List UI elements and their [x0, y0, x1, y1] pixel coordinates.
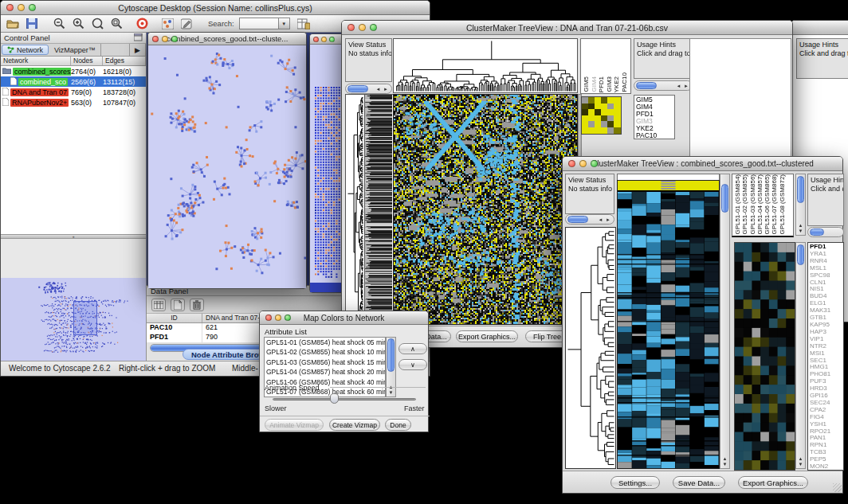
column-dendrogram[interactable] [393, 38, 578, 93]
column-label[interactable]: GPL51-01 (GSM854) [734, 174, 741, 235]
zoom-heatmap[interactable] [734, 242, 795, 471]
network-canvas[interactable] [148, 45, 306, 288]
export-graphics-button[interactable]: Export Graphics... [456, 330, 518, 342]
minimize-button[interactable] [321, 37, 327, 42]
column-dendrogram-canvas[interactable] [394, 39, 577, 92]
vscrollbar-thumb[interactable] [721, 184, 728, 213]
resize-grip[interactable] [833, 483, 842, 492]
zoom-heatmap-cell[interactable] [607, 97, 614, 104]
grid-network-canvas[interactable] [314, 85, 341, 281]
zoom-heatmap-cell[interactable] [582, 127, 588, 134]
done-button[interactable]: Done [385, 419, 411, 431]
zoom-button[interactable] [329, 37, 335, 42]
network-list-row[interactable]: RNAPuberNov2+563(0)107847(0) [1, 97, 146, 107]
slider-thumb[interactable] [330, 393, 339, 404]
zoom-heatmap-cell[interactable] [595, 121, 601, 127]
attribute-list-vscrollbar[interactable]: ▲▼ [386, 337, 396, 397]
column-label[interactable]: GPL51-03 (GSM856) [749, 174, 756, 235]
usage-hints-hscrollbar[interactable]: ◄ ► [634, 80, 693, 91]
grid-network-titlebar[interactable] [310, 34, 344, 45]
zoom-heatmap-cell[interactable] [614, 115, 620, 122]
hscrollbar-thumb[interactable] [810, 229, 824, 236]
vizmapper-icon[interactable] [160, 18, 175, 30]
float-panel-icon[interactable] [134, 33, 143, 42]
hscrollbar-thumb[interactable] [347, 85, 368, 92]
vscroll-arrows[interactable]: ▲▼ [720, 456, 729, 468]
zoom-heatmap-cell[interactable] [595, 127, 601, 134]
zoom-heatmap-cell[interactable] [588, 104, 595, 110]
animate-vizmap-button[interactable]: Animate Vizmap [265, 419, 324, 431]
new-attribute-icon[interactable] [171, 299, 185, 311]
move-down-button[interactable]: ∨ [398, 359, 427, 370]
hscroll-arrows[interactable]: ◄ ► [598, 217, 614, 222]
zoom-fit-icon[interactable] [90, 18, 104, 30]
zoom-selected-icon[interactable] [109, 18, 124, 30]
delete-attribute-trash-icon[interactable] [190, 299, 204, 311]
zoom-heatmap-cell[interactable] [607, 104, 614, 110]
main-heatmap-canvas[interactable] [394, 95, 577, 324]
zoom-button[interactable] [370, 24, 377, 31]
zoom-vscrollbar[interactable]: ▲▼ [795, 242, 806, 469]
tab-vizmapper[interactable]: VizMapper™ [49, 44, 101, 56]
minimize-button[interactable] [275, 315, 281, 321]
attribute-list-item[interactable]: GPL51-02 (GSM855) heat shock 10 min [265, 347, 385, 357]
gene-label[interactable]: PAC10 [636, 132, 674, 139]
zoom-button[interactable] [171, 36, 178, 42]
zoom-in-icon[interactable] [71, 18, 85, 30]
zoom-heatmap-cell[interactable] [601, 115, 607, 122]
column-label[interactable]: YKE2 [613, 76, 621, 92]
create-vizmap-button[interactable]: Create Vizmap [329, 419, 380, 431]
minimize-button[interactable] [579, 160, 587, 167]
network-list-row[interactable]: DNA and Tran 07769(0)183728(0) [1, 87, 146, 97]
open-file-icon[interactable] [6, 18, 20, 30]
col-nodes[interactable]: Nodes [71, 57, 103, 65]
zoom-out-icon[interactable] [52, 18, 66, 30]
vscroll-arrows[interactable]: ▲▼ [796, 223, 805, 235]
zoom-heatmap-canvas[interactable] [735, 243, 795, 470]
select-attributes-icon[interactable] [151, 299, 166, 311]
tab-network[interactable]: Network [2, 45, 49, 55]
view-status-hscrollbar[interactable]: ◄ ► [345, 84, 392, 94]
network-view-titlebar[interactable]: combined_scores_good.txt--cluste... [148, 33, 306, 45]
main-heatmap[interactable] [393, 94, 578, 325]
attribute-list-item[interactable]: GPL51-04 (GSM857) heat shock 20 min [265, 367, 385, 377]
column-label[interactable]: GIM3 [606, 76, 614, 92]
close-button[interactable] [313, 37, 319, 42]
attribute-list-item[interactable]: GPL51-03 (GSM856) heat shock 15 min [265, 357, 385, 367]
view-status-hscrollbar[interactable]: ◄ ► [565, 214, 614, 225]
zoom-heatmap-cell[interactable] [582, 109, 588, 115]
zoom-button[interactable] [591, 160, 598, 167]
zoom-heatmap-cell[interactable] [595, 109, 601, 115]
zoom-heatmap-cell[interactable] [601, 97, 607, 104]
zoom-heatmap-cell[interactable] [588, 115, 595, 122]
zoom-heatmap-cell[interactable] [601, 104, 607, 110]
main-heatmap[interactable] [617, 180, 720, 469]
row-dendrogram[interactable] [565, 227, 616, 469]
dialog-titlebar[interactable]: Map Colors to Network [260, 311, 428, 325]
birdseye-canvas[interactable] [1, 278, 145, 360]
birdseye-view[interactable] [1, 278, 146, 361]
help-lifebuoy-icon[interactable] [135, 18, 149, 30]
close-button[interactable] [347, 24, 355, 31]
treeview2-titlebar[interactable]: ClusterMaker TreeView : combined_scores_… [563, 157, 842, 171]
vscrollbar-thumb[interactable] [387, 338, 395, 372]
usage-hints-hscrollbar[interactable] [807, 227, 844, 237]
network-list-row[interactable]: combined_scores2764(0)16218(0) [1, 66, 146, 76]
zoom-heatmap-cell[interactable] [607, 115, 614, 122]
zoom-heatmap-cell[interactable] [614, 127, 620, 134]
row-dendrogram[interactable] [345, 94, 365, 325]
heatmap-vscrollbar[interactable]: ▲▼ [720, 174, 730, 469]
background-treeview-titlebar[interactable] [791, 21, 848, 35]
close-button[interactable] [265, 315, 272, 321]
zoom-heatmap-cell[interactable] [614, 104, 620, 110]
hscrollbar-thumb[interactable] [636, 82, 657, 89]
save-icon[interactable] [25, 18, 39, 30]
treeview1-titlebar[interactable]: ClusterMaker TreeView : DNA and Tran 07-… [342, 21, 792, 35]
zoom-heatmap-cell[interactable] [588, 97, 595, 104]
column-label[interactable]: GPL51-04 (GSM857) [756, 174, 764, 235]
search-dropdown-arrow[interactable]: ▼ [279, 18, 290, 29]
zoom-heatmap-cell[interactable] [595, 115, 601, 122]
main-titlebar[interactable]: Cytoscape Desktop (Session Name: collins… [1, 1, 430, 15]
row-label-strip-canvas[interactable] [365, 95, 392, 324]
col-id[interactable]: ID [147, 314, 202, 322]
